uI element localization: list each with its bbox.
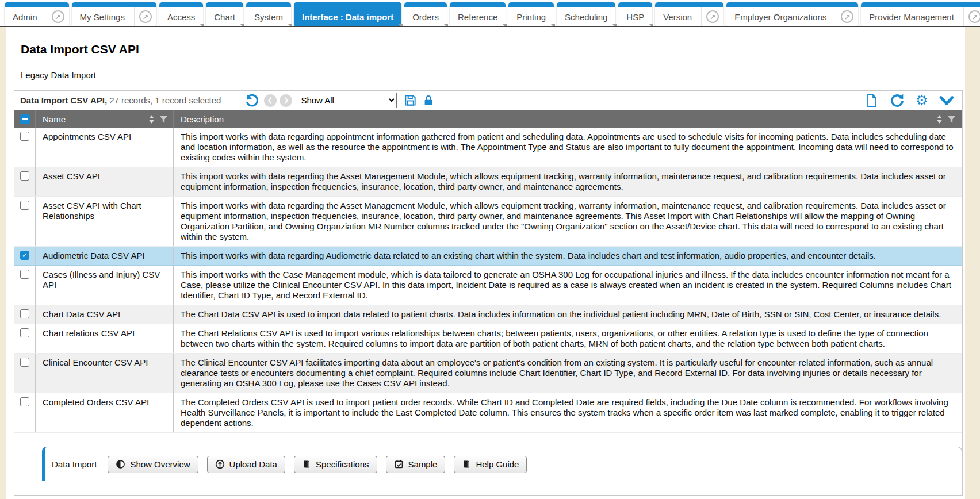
tab-system[interactable]: System [246,2,291,26]
page-edge-right [965,27,980,499]
next-page-icon[interactable] [280,94,292,107]
row-name: Appointments CSV API [36,128,174,167]
table-row[interactable]: Chart Data CSV API The Chart Data CSV AP… [14,305,962,324]
row-description: The Chart Data CSV API is used to import… [174,305,962,324]
tab-top-stripe [294,2,401,7]
table-row[interactable]: Cases (Illness and Injury) CSV API This … [14,266,962,305]
row-checkbox-cell [14,266,36,305]
row-name: Clinical Encounter CSV API [36,354,174,393]
row-checkbox[interactable] [20,358,29,367]
upload-data-button[interactable]: Upload Data [207,456,285,473]
button-label: Upload Data [229,459,277,469]
table-row[interactable]: ✓ Audiometric Data CSV API This import w… [14,247,962,266]
footer-area: Data Import Show OverviewUpload DataSpec… [14,433,962,481]
tab-hsp[interactable]: HSP [618,2,652,26]
page-title: Data Import CSV API [21,43,980,56]
tab-top-stripe [159,2,203,7]
filter-icon[interactable] [947,115,956,124]
save-icon[interactable] [404,94,417,107]
refresh-icon[interactable] [890,93,905,108]
specifications-button[interactable]: Specifications [294,456,377,473]
legacy-data-import-link[interactable]: Legacy Data Import [21,70,96,80]
row-checkbox[interactable] [20,201,29,210]
row-checkbox-cell [14,393,36,432]
help-guide-button[interactable]: Help Guide [454,456,527,473]
select-all-checkbox[interactable] [20,114,30,124]
tab-access[interactable]: Access [159,2,203,26]
chevron-down-icon[interactable] [939,94,954,107]
row-name: Asset CSV API with Chart Relationships [36,197,174,246]
description-column-header[interactable]: Description [174,110,962,128]
row-description: The Clinical Encounter CSV API facilitat… [174,354,962,393]
row-checkbox[interactable] [20,328,29,337]
tab-interface-data-import[interactable]: Interface : Data import [294,2,401,26]
upload-icon [215,459,225,469]
table-row[interactable]: Chart relations CSV API The Chart Relati… [14,324,962,354]
show-overview-button[interactable]: Show Overview [108,456,198,473]
button-label: Specifications [316,459,369,469]
tab-employer-organizations[interactable]: Employer Organizations ↗ [726,2,858,26]
row-description: This import works with data regarding Au… [174,247,962,265]
undo-icon[interactable] [244,93,259,108]
gear-icon[interactable]: ⚙ [916,93,928,108]
row-checkbox[interactable] [20,397,29,406]
tab-my-settings[interactable]: My Settings ↗ [72,2,156,26]
table-row[interactable]: Completed Orders CSV API The Completed O… [14,393,962,433]
row-checkbox[interactable] [20,132,29,141]
sample-button[interactable]: Sample [386,456,446,473]
tab-orders[interactable]: Orders [404,2,447,26]
tab-top-stripe [404,2,447,7]
record-summary-title: Data Import CSV API, [20,95,107,105]
tab-bar: Admin ↗ My Settings ↗ Access Chart Syste… [0,0,980,27]
tab-provider-management[interactable]: Provider Management ↗ [861,2,980,26]
row-name: Chart Data CSV API [36,305,174,324]
book-icon [302,459,311,469]
tab-data-import[interactable]: Data Import [52,459,99,469]
tab-printing[interactable]: Printing [508,2,554,26]
tab-top-stripe [450,2,506,7]
record-summary: Data Import CSV API, 27 records, 1 recor… [14,91,235,110]
tab-top-stripe [618,2,652,7]
tab-scheduling[interactable]: Scheduling [557,2,615,26]
filter-icon[interactable] [159,115,169,124]
row-checkbox-cell [14,197,36,246]
table-row[interactable]: Asset CSV API with Chart Relationships T… [14,197,962,247]
row-name: Audiometric Data CSV API [36,247,174,265]
select-all-cell [14,110,36,128]
tab-top-stripe [5,2,69,7]
tab-top-stripe [508,2,554,7]
table-row[interactable]: Clinical Encounter CSV API The Clinical … [14,354,962,393]
description-column-label: Description [181,114,224,124]
calendar-check-icon [394,459,404,469]
table-row[interactable]: Appointments CSV API This import works w… [14,128,962,167]
row-checkbox[interactable] [20,270,29,279]
new-document-icon[interactable] [865,94,879,108]
tab-top-stripe [557,2,615,7]
table-row[interactable]: Asset CSV API This import works with dat… [14,167,962,197]
tab-reference[interactable]: Reference [450,2,506,26]
name-column-header[interactable]: Name [36,110,174,128]
sort-icon[interactable] [148,114,155,124]
record-summary-counts: 27 records, 1 record selected [109,95,221,105]
button-label: Sample [408,459,438,469]
row-name: Asset CSV API [36,167,174,196]
sort-icon[interactable] [936,114,943,124]
prev-page-icon[interactable] [264,94,277,107]
tab-top-stripe [246,2,291,7]
records-table: Name Description Appointments CSV API Th… [14,110,962,433]
row-checkbox[interactable] [20,171,29,181]
tab-top-stripe [72,2,156,7]
row-name: Completed Orders CSV API [36,393,174,432]
row-checkbox[interactable] [20,309,29,318]
filter-select[interactable]: Show All [298,93,397,108]
tab-chart[interactable]: Chart [206,2,243,26]
table-header-row: Name Description [14,110,962,128]
row-checkbox[interactable]: ✓ [20,251,29,260]
data-import-panel: Data Import CSV API, 27 records, 1 recor… [14,90,963,496]
row-checkbox-cell [14,354,36,393]
tab-admin[interactable]: Admin ↗ [5,2,69,26]
button-label: Help Guide [476,459,519,469]
lock-icon[interactable] [422,94,435,107]
record-detail-panel: Data Import Show OverviewUpload DataSpec… [42,447,962,481]
tab-version[interactable]: Version ↗ [655,2,723,26]
